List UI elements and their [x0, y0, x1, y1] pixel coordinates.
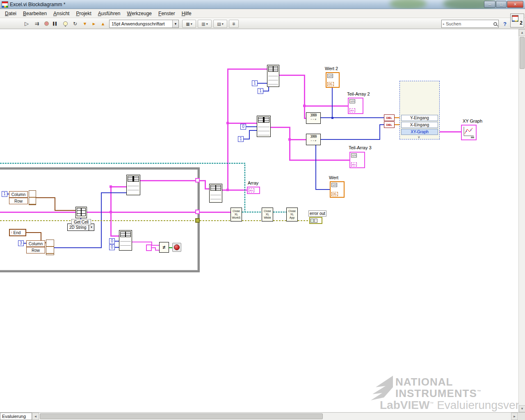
font-selector[interactable]: 15pt Anwendungsschriftart ▾	[109, 20, 179, 28]
tunnel-error-out[interactable]	[195, 218, 200, 223]
resize-objects-button[interactable]: ▤▾	[213, 20, 227, 28]
cluster-field-column[interactable]: Column	[9, 191, 28, 198]
get-cell-vi[interactable]	[75, 207, 87, 218]
empty-string-constant[interactable]	[146, 244, 152, 251]
cleanup-diagram-button[interactable]: ※	[229, 20, 239, 28]
terminal-label[interactable]: Wert	[329, 175, 338, 180]
index-array-node[interactable]	[119, 230, 132, 251]
boolean-led-indicator[interactable]	[172, 243, 181, 252]
menu-item-projekt[interactable]: Projekt	[73, 9, 94, 18]
close-app-vi[interactable]: Close XL App	[286, 208, 298, 221]
abort-button[interactable]	[42, 19, 51, 28]
search-box[interactable]: ▸ Suchen	[441, 20, 499, 28]
terminal-wert[interactable]: 123 DBL	[330, 181, 345, 198]
vertical-scrollbar[interactable]: ▲ ▼	[518, 29, 525, 412]
indicator-label[interactable]: error out	[308, 210, 326, 217]
bundle-node[interactable]	[29, 190, 36, 205]
scroll-up-button[interactable]: ▲	[519, 29, 525, 36]
to-dbl-conversion-node[interactable]: DBL	[384, 114, 395, 121]
vertical-scroll-thumb[interactable]	[520, 37, 525, 69]
numeric-constant[interactable]: 1	[238, 136, 244, 142]
express-collapse-chevron-icon[interactable]: ∨	[418, 135, 420, 139]
close-workbook-vi[interactable]: Close XL Wkbk	[262, 208, 273, 221]
numeric-constant[interactable]: 0	[240, 124, 246, 130]
terminal-label[interactable]: Teil-Array 3	[349, 145, 372, 151]
numeric-constant[interactable]: 1	[2, 191, 7, 197]
cluster-field-row[interactable]: Row	[26, 247, 45, 253]
node-digits: 3999	[307, 113, 320, 118]
watermark-edition: LabVIEW™ Evaluierungsversion	[380, 399, 525, 412]
highlight-execution-button[interactable]	[61, 19, 70, 28]
run-button[interactable]: ▷	[22, 19, 31, 28]
numeric-constant[interactable]: 0	[109, 244, 115, 250]
express-row-xy-graph[interactable]: XY-Graph	[401, 129, 438, 135]
menu-item-fenster[interactable]: Fenster	[155, 9, 178, 18]
search-array-node[interactable]: 3999 ‣ ‣ #	[306, 134, 321, 145]
step-into-button[interactable]: ▾	[80, 19, 89, 28]
cluster-field-column[interactable]: Column	[26, 240, 45, 247]
menu-item-ansicht[interactable]: Ansicht	[50, 9, 73, 18]
search-input[interactable]: Suchen	[446, 21, 493, 26]
numeric-icon: 123	[331, 183, 337, 187]
index-array-node[interactable]	[126, 175, 140, 195]
menu-item-datei[interactable]: Datei	[2, 9, 20, 18]
terminal-teil-array-3[interactable]: 123 abc	[349, 152, 365, 168]
menu-item-ausfuehren[interactable]: Ausführen	[95, 9, 124, 18]
tunnel-string-out[interactable]	[195, 210, 200, 214]
numeric-constant[interactable]: 0	[109, 238, 115, 244]
close-button[interactable]: ×	[507, 1, 523, 8]
pause-button[interactable]: ▌▌	[51, 19, 60, 28]
index-array-node[interactable]	[209, 184, 222, 203]
window-count-panel[interactable]: 2	[510, 14, 524, 27]
terminal-label[interactable]: Wert 2	[325, 66, 338, 71]
end-constant[interactable]: ↑ End	[9, 229, 26, 236]
build-array-node[interactable]	[267, 65, 279, 87]
close-worksheet-vi[interactable]: Close XL WorkS	[231, 208, 242, 221]
not-equal-node[interactable]: ≠	[159, 242, 169, 253]
run-continuous-button[interactable]: ⇉	[32, 19, 41, 28]
lightbulb-icon	[63, 21, 68, 26]
search-array-node[interactable]: 3999 ‣ ‣ #	[306, 112, 321, 124]
xy-graph-terminal[interactable]	[461, 125, 477, 140]
evaluation-tab[interactable]: Evaluierung	[0, 413, 32, 420]
help-button[interactable]: ?	[501, 20, 509, 28]
index-array-node[interactable]	[257, 116, 271, 137]
terminal-wert2[interactable]: 123 DBL	[326, 72, 340, 88]
express-row-x-input[interactable]: X-Eingang	[401, 122, 438, 128]
numeric-constant[interactable]: 3	[18, 240, 24, 246]
menu-item-werkzeuge[interactable]: Werkzeuge	[124, 9, 155, 18]
scroll-down-button[interactable]: ▼	[519, 405, 525, 412]
maximize-button[interactable]: □	[496, 1, 507, 8]
align-objects-button[interactable]: ▦▾	[182, 20, 196, 28]
numeric-constant[interactable]: 1	[252, 80, 258, 86]
node-terminal-rows	[120, 237, 131, 249]
app-icon[interactable]	[2, 1, 8, 8]
scroll-right-button[interactable]: ►	[511, 413, 518, 420]
search-scope-arrow-icon[interactable]: ▸	[442, 22, 446, 26]
horizontal-scroll-thumb[interactable]	[40, 413, 323, 419]
array-string-indicator[interactable]: abc	[247, 187, 260, 194]
menu-item-hilfe[interactable]: Hilfe	[178, 9, 195, 18]
distribute-objects-button[interactable]: ▥▾	[198, 20, 212, 28]
terminal-teil-array-2[interactable]: 123 abc	[348, 98, 363, 114]
error-out-indicator[interactable]	[309, 217, 322, 224]
statusbar: Evaluierung ◄ ►	[0, 412, 525, 420]
to-dbl-conversion-node[interactable]: DBL	[384, 121, 395, 128]
menu-item-bearbeiten[interactable]: Bearbeiten	[20, 9, 50, 18]
vi-caption[interactable]: Get Cell	[71, 219, 91, 225]
terminal-label[interactable]: Teil-Array 2	[347, 91, 370, 97]
express-row-y-input[interactable]: Y-Eingang	[401, 115, 438, 121]
bundle-node[interactable]	[46, 240, 54, 255]
retain-wire-values-button[interactable]: ↻	[71, 19, 80, 28]
terminal-label[interactable]: XY Graph	[463, 119, 482, 124]
abort-icon	[44, 21, 49, 26]
indicator-label[interactable]: Array	[248, 180, 258, 186]
step-over-button[interactable]: ▸	[89, 19, 98, 28]
tunnel-array-out[interactable]	[195, 178, 200, 183]
numeric-constant[interactable]: 1	[258, 88, 263, 94]
minimize-button[interactable]: –	[484, 1, 495, 8]
cluster-field-row[interactable]: Row	[9, 198, 28, 204]
scroll-left-button[interactable]: ◄	[32, 413, 39, 420]
case-structure-frame[interactable]	[0, 167, 200, 272]
step-out-button[interactable]: ▴	[98, 19, 107, 28]
